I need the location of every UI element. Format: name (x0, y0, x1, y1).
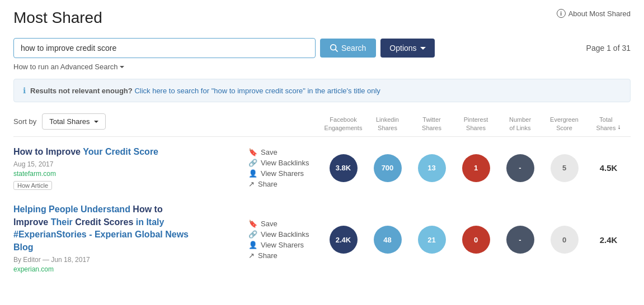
result-domain-1[interactable]: statefarm.com (13, 170, 237, 178)
sharers-action-1[interactable]: 👤 View Sharers (248, 169, 321, 178)
metric-evergreen-1: 5 (542, 154, 586, 182)
facebook-circle-1: 3.8K (330, 154, 358, 182)
col-header-total: TotalShares ↓ (586, 116, 631, 132)
search-row: Search Options Page 1 of 31 (13, 38, 631, 58)
col-header-links: Numberof Links (498, 116, 542, 132)
links-circle-2: - (506, 226, 534, 254)
banner-text: Results not relevant enough? Click here … (30, 87, 380, 95)
pinterest-circle-1: 1 (462, 154, 490, 182)
linkedin-circle-1: 700 (374, 154, 402, 182)
chevron-down-icon (420, 47, 426, 50)
twitter-circle-1: 13 (418, 154, 446, 182)
search-button-label: Search (341, 44, 366, 53)
result-content-2: Helping People Understand How toImprove … (13, 203, 248, 276)
col-header-evergreen: EvergreenScore (542, 116, 586, 132)
advanced-search-label: How to run an Advanced Search (13, 63, 117, 71)
col-header-facebook: FacebookEngagements (321, 116, 365, 132)
result-title-1[interactable]: How to Improve Your Credit Score (13, 146, 237, 158)
search-input[interactable] (13, 38, 316, 58)
metric-facebook-2: 2.4K (321, 226, 365, 254)
metric-links-2: - (498, 226, 542, 254)
result-date-1: Aug 15, 2017 (13, 160, 237, 168)
about-link-label: About Most Shared (568, 9, 631, 18)
metric-facebook-1: 3.8K (321, 154, 365, 182)
banner-info-icon: ℹ (23, 86, 26, 95)
share-icon-2: ↗ (248, 251, 255, 260)
about-link[interactable]: i About Most Shared (557, 9, 631, 18)
result-metrics-2: 2.4K 48 21 0 - 0 2.4K (321, 226, 631, 254)
metric-linkedin-2: 48 (365, 226, 410, 254)
metric-twitter-1: 13 (410, 154, 454, 182)
result-metrics-1: 3.8K 700 13 1 - 5 4.5K (321, 154, 631, 182)
col-header-twitter: TwitterShares (410, 116, 454, 132)
banner-link[interactable]: Click here to search for "how to improve… (134, 87, 380, 95)
result-actions-1: 🔖 Save 🔗 View Backlinks 👤 View Sharers ↗… (248, 148, 321, 188)
col-header-linkedin: LinkedinShares (365, 116, 410, 132)
evergreen-circle-2: 0 (551, 226, 579, 254)
facebook-circle-2: 2.4K (330, 226, 358, 254)
chevron-down-gray-icon (120, 66, 124, 68)
result-actions-2: 🔖 Save 🔗 View Backlinks 👤 View Sharers ↗… (248, 220, 321, 260)
metric-total-2: 2.4K (586, 235, 631, 245)
sort-label: Sort by (13, 117, 36, 126)
linkedin-circle-2: 48 (374, 226, 402, 254)
table-row: How to Improve Your Credit Score Aug 15,… (13, 146, 631, 190)
metric-pinterest-1: 1 (454, 154, 498, 182)
result-content-1: How to Improve Your Credit Score Aug 15,… (13, 146, 248, 190)
page-info: Page 1 of 31 (586, 44, 631, 53)
page-title: Most Shared (13, 9, 102, 27)
share-action-2[interactable]: ↗ Share (248, 251, 321, 260)
metric-total-1: 4.5K (586, 163, 631, 173)
save-action-1[interactable]: 🔖 Save (248, 148, 321, 156)
sharers-action-2[interactable]: 👤 View Sharers (248, 241, 321, 249)
metric-evergreen-2: 0 (542, 226, 586, 254)
person-icon: 👤 (248, 169, 257, 178)
share-action-1[interactable]: ↗ Share (248, 180, 321, 188)
bookmark-icon-2: 🔖 (248, 220, 257, 228)
backlinks-action-2[interactable]: 🔗 View Backlinks (248, 230, 321, 239)
sort-chevron-icon (94, 121, 98, 123)
result-meta-2: By Editor — Jun 18, 2017 (13, 256, 237, 264)
metric-pinterest-2: 0 (454, 226, 498, 254)
options-button[interactable]: Options (380, 39, 434, 58)
metric-linkedin-1: 700 (365, 154, 410, 182)
search-icon (330, 44, 338, 52)
result-tag-1: How Article (13, 181, 52, 190)
pinterest-circle-2: 0 (462, 226, 490, 254)
link-icon-2: 🔗 (248, 230, 257, 239)
evergreen-circle-1: 5 (551, 154, 579, 182)
total-shares-value-1: 4.5K (600, 163, 618, 173)
result-domain-2[interactable]: experian.com (13, 265, 237, 273)
col-header-pinterest: PinterestShares (454, 116, 498, 132)
table-row: Helping People Understand How toImprove … (13, 203, 631, 276)
save-action-2[interactable]: 🔖 Save (248, 220, 321, 228)
metric-links-1: - (498, 154, 542, 182)
advanced-search-link[interactable]: How to run an Advanced Search (13, 63, 631, 71)
sort-dropdown[interactable]: Total Shares (42, 113, 106, 130)
options-button-label: Options (389, 44, 416, 53)
result-title-2[interactable]: Helping People Understand How toImprove … (13, 203, 237, 254)
sort-value: Total Shares (49, 117, 90, 126)
total-shares-value-2: 2.4K (600, 235, 618, 245)
relevance-banner: ℹ Results not relevant enough? Click her… (13, 79, 631, 102)
person-icon-2: 👤 (248, 241, 257, 249)
search-button[interactable]: Search (320, 39, 376, 58)
bookmark-icon: 🔖 (248, 148, 257, 156)
divider (13, 136, 631, 137)
link-icon: 🔗 (248, 159, 257, 167)
backlinks-action-1[interactable]: 🔗 View Backlinks (248, 159, 321, 167)
metric-twitter-2: 21 (410, 226, 454, 254)
info-circle-icon: i (557, 9, 566, 18)
links-circle-1: - (506, 154, 534, 182)
twitter-circle-2: 21 (418, 226, 446, 254)
share-icon: ↗ (248, 180, 255, 188)
